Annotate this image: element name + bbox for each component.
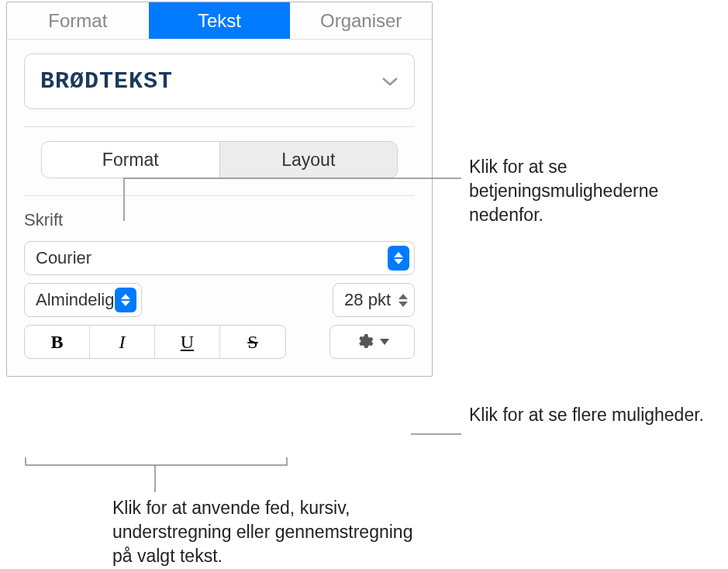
- typeface-value: Almindelig: [36, 290, 115, 310]
- divider: [24, 195, 415, 196]
- font-section-heading: Skrift: [24, 210, 415, 230]
- gear-icon: [355, 333, 374, 351]
- italic-button[interactable]: I: [90, 326, 155, 358]
- up-down-arrows-icon: [115, 288, 136, 312]
- font-family-value: Courier: [36, 248, 91, 268]
- strikethrough-button[interactable]: S: [220, 326, 285, 358]
- divider: [24, 126, 415, 127]
- segment-format[interactable]: Format: [42, 142, 220, 178]
- tab-format[interactable]: Format: [7, 2, 149, 39]
- advanced-options-button[interactable]: [329, 325, 415, 359]
- typeface-popup[interactable]: Almindelig: [24, 283, 142, 317]
- callout-text-styles: Klik for at anvende fed, kursiv, underst…: [112, 496, 423, 568]
- tab-organize[interactable]: Organiser: [290, 2, 432, 39]
- callout-format-controls: Klik for at se betjeningsmulighederne ne…: [469, 155, 717, 227]
- font-size-value: 28 pkt: [344, 290, 391, 310]
- font-family-popup[interactable]: Courier: [24, 241, 415, 275]
- font-size-stepper[interactable]: 28 pkt: [333, 283, 415, 317]
- chevron-down-icon: [381, 76, 399, 87]
- inspector-tab-bar: Format Tekst Organiser: [7, 2, 432, 40]
- paragraph-style-label: BRØDTEKST: [40, 68, 173, 95]
- inspector-panel: Format Tekst Organiser BRØDTEKST Format …: [6, 2, 433, 377]
- bold-button[interactable]: B: [25, 326, 90, 358]
- callout-more-options: Klik for at se flere muligheder.: [469, 403, 717, 427]
- text-style-button-group: B I U S: [24, 325, 286, 359]
- paragraph-style-popup[interactable]: BRØDTEKST: [24, 53, 415, 109]
- tab-text[interactable]: Tekst: [149, 2, 291, 39]
- segment-layout[interactable]: Layout: [220, 142, 398, 178]
- stepper-arrows-icon: [399, 294, 408, 307]
- chevron-down-icon: [380, 339, 389, 345]
- up-down-arrows-icon: [388, 246, 409, 271]
- format-layout-segmented: Format Layout: [41, 141, 398, 178]
- underline-button[interactable]: U: [155, 326, 220, 358]
